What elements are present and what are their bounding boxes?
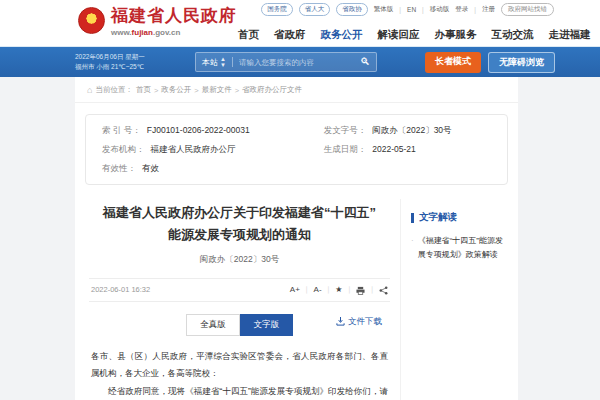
- accessibility-button[interactable]: 无障碍浏览: [488, 52, 555, 73]
- elder-mode-button[interactable]: 长者模式: [425, 52, 481, 73]
- home-icon: ⌂: [87, 85, 92, 95]
- share-icon[interactable]: [379, 285, 388, 294]
- search-input[interactable]: [239, 58, 360, 67]
- nav-about-fujian[interactable]: 走进福建: [549, 28, 591, 42]
- current-date: 2022年06月06日 星期一: [75, 52, 145, 62]
- link-login[interactable]: 登录: [455, 5, 468, 14]
- header-mini-links: 国务院 省人大 省政协 繁体版 | EN | 移动版 登录 | 注册 政府网站找…: [261, 3, 554, 16]
- crumb-home[interactable]: 首页: [136, 85, 151, 95]
- search-box: 本站▲▼ 🔍︎: [195, 52, 377, 72]
- font-larger-button[interactable]: A+: [290, 285, 300, 294]
- tab-full-version[interactable]: 全真版: [186, 314, 240, 336]
- content-card: ⌂ 当前位置： 首页 > 政务公开 > 最新文件 > 省政府办公厅文件 索 引 …: [75, 77, 518, 400]
- sidebar-heading: 文字解读: [411, 211, 510, 224]
- link-register[interactable]: 注册: [482, 5, 495, 14]
- link-cppcc[interactable]: 省政协: [336, 3, 368, 16]
- meta-index-number: FJ00101-0206-2022-00031: [147, 125, 250, 137]
- nav-provincial-government[interactable]: 省政府: [274, 28, 306, 42]
- sidebar: 文字解读 · 《福建省“十四五”能源发展专项规划》政策解读: [400, 199, 518, 400]
- search-scope-select[interactable]: 本站▲▼: [202, 56, 226, 68]
- site-title: 福建省人民政府: [111, 4, 237, 27]
- paragraph: 经省政府同意，现将《福建省“十四五”能源发展专项规划》印发给你们，请认真组织实施…: [91, 383, 388, 400]
- publish-time: 2022-06-01 16:32: [91, 285, 150, 294]
- crumb-gov-affairs[interactable]: 政务公开: [161, 85, 191, 95]
- crumb-office-docs[interactable]: 省政府办公厅文件: [242, 85, 302, 95]
- crumb-latest-docs[interactable]: 最新文件: [202, 85, 232, 95]
- nav-government-affairs[interactable]: 政务公开: [321, 28, 363, 42]
- date-weather: 2022年06月06日 星期一 福州市 小雨 21℃~25℃: [75, 52, 145, 72]
- select-arrows-icon: ▲▼: [220, 56, 226, 68]
- link-state-council[interactable]: 国务院: [261, 3, 293, 16]
- site-logo[interactable]: ★ 福建省人民政府 www.fujian.gov.cn: [78, 4, 237, 37]
- tab-text-version[interactable]: 文字版: [240, 314, 294, 336]
- document-meta-box: 索 引 号：FJ00101-0206-2022-00031 发文字号：闽政办〔2…: [85, 114, 508, 185]
- site-error-report-badge[interactable]: 政府网站找错: [501, 3, 554, 16]
- link-english[interactable]: EN: [407, 6, 416, 13]
- nav-services[interactable]: 办事服务: [435, 28, 477, 42]
- meta-issuing-agency: 福建省人民政府办公厅: [151, 144, 236, 156]
- doc-number: 闽政办〔2022〕30号: [87, 254, 392, 266]
- page-title: 福建省人民政府办公厅关于印发福建省“十四五”能源发展专项规划的通知: [87, 202, 392, 246]
- file-download-link[interactable]: 文件下载: [336, 316, 382, 328]
- main-nav: 首页 省政府 政务公开 解读回应 办事服务 互动交流 走进福建: [238, 28, 591, 42]
- weather-info: 福州市 小雨 21℃~25℃: [75, 62, 145, 72]
- site-header: ★ 福建省人民政府 www.fujian.gov.cn 国务院 省人大 省政协 …: [0, 0, 600, 47]
- publish-row: 2022-06-01 16:32 A+ ∣ A- ∣ ★ ∣ ∣: [89, 278, 390, 301]
- font-smaller-button[interactable]: A-: [314, 285, 322, 294]
- search-icon[interactable]: 🔍︎: [360, 57, 370, 67]
- meta-validity: 有效: [142, 163, 159, 175]
- link-traditional-chinese[interactable]: 繁体版: [374, 5, 394, 14]
- utility-bar: 2022年06月06日 星期一 福州市 小雨 21℃~25℃ 本站▲▼ 🔍︎ 长…: [0, 47, 600, 77]
- link-provincial-congress[interactable]: 省人大: [299, 3, 331, 16]
- nav-home[interactable]: 首页: [238, 28, 259, 42]
- link-mobile[interactable]: 移动版: [430, 5, 450, 14]
- nav-interaction[interactable]: 互动交流: [492, 28, 534, 42]
- article-column: 福建省人民政府办公厅关于印发福建省“十四五”能源发展专项规划的通知 闽政办〔20…: [75, 185, 400, 400]
- national-emblem-icon: ★: [78, 7, 105, 34]
- print-icon[interactable]: [356, 285, 365, 294]
- download-icon: [336, 317, 345, 326]
- paragraph: 各市、县（区）人民政府，平潭综合实验区管委会，省人民政府各部门、各直属机构，各大…: [91, 348, 388, 384]
- version-tabs: 全真版 文字版 文件下载: [87, 313, 392, 333]
- policy-interpretation-link[interactable]: · 《福建省“十四五”能源发展专项规划》政策解读: [411, 234, 510, 263]
- site-url: www.fujian.gov.cn: [111, 28, 237, 37]
- favorite-icon[interactable]: ★: [335, 285, 342, 294]
- document-body: 各市、县（区）人民政府，平潭综合实验区管委会，省人民政府各部门、各直属机构，各大…: [87, 348, 392, 400]
- meta-issue-date: 2022-05-21: [372, 144, 415, 156]
- page-body: ⌂ 当前位置： 首页 > 政务公开 > 最新文件 > 省政府办公厅文件 索 引 …: [0, 77, 600, 400]
- meta-doc-number: 闽政办〔2022〕30号: [372, 125, 451, 137]
- nav-interpretation[interactable]: 解读回应: [378, 28, 420, 42]
- breadcrumb: ⌂ 当前位置： 首页 > 政务公开 > 最新文件 > 省政府办公厅文件: [75, 77, 518, 103]
